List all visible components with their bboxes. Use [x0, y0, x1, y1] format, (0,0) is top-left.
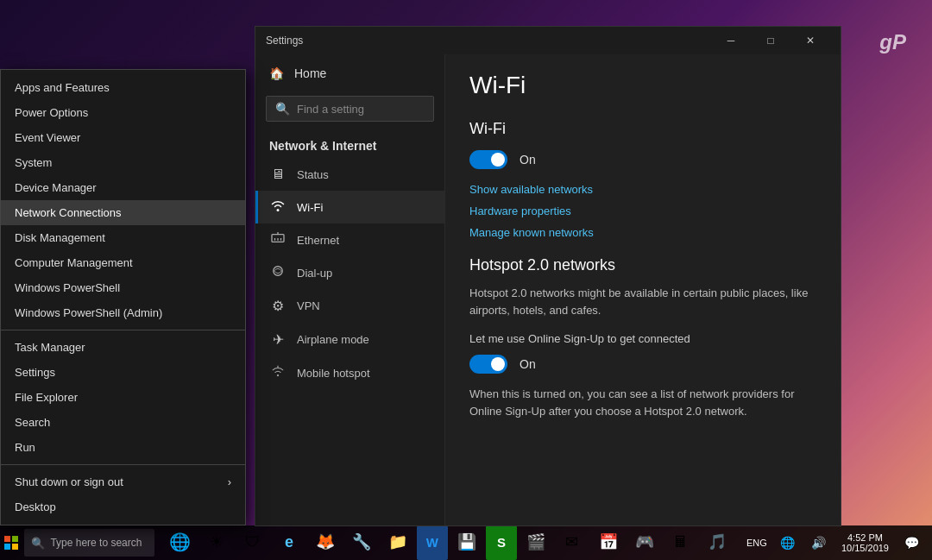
- menu-item-search[interactable]: Search: [1, 410, 245, 435]
- menu-item-disk-management[interactable]: Disk Management: [1, 225, 245, 250]
- taskbar-search-bar[interactable]: 🔍 Type here to search: [24, 529, 154, 557]
- nav-item-wifi[interactable]: Wi-Fi: [255, 191, 444, 223]
- nav-item-mobile-hotspot[interactable]: Mobile hotspot: [255, 356, 444, 389]
- window-title: Settings: [266, 35, 303, 47]
- taskbar-app-folder[interactable]: 📁: [381, 525, 415, 560]
- taskbar-app-word[interactable]: W: [417, 525, 448, 560]
- menu-item-apps-features[interactable]: Apps and Features: [1, 75, 245, 100]
- menu-item-settings[interactable]: Settings: [1, 360, 245, 385]
- tray-network[interactable]: 🌐: [774, 525, 802, 560]
- tray-clock[interactable]: 4:52 PM 10/15/2019: [836, 532, 894, 553]
- arrow-right-icon: ›: [228, 475, 231, 488]
- taskbar-app-edge[interactable]: e: [272, 525, 306, 560]
- home-icon: 🏠: [269, 66, 284, 80]
- svg-rect-8: [12, 536, 18, 542]
- close-button[interactable]: ✕: [790, 27, 830, 54]
- svg-rect-10: [12, 544, 18, 550]
- wifi-section-title: Wi-Fi: [469, 120, 816, 138]
- nav-item-status[interactable]: 🖥 Status: [255, 158, 444, 191]
- window-titlebar: Settings ─ □ ✕: [255, 27, 841, 54]
- taskbar-app-weather[interactable]: ☀: [199, 525, 234, 560]
- menu-item-desktop[interactable]: Desktop: [1, 494, 245, 519]
- manage-networks-link[interactable]: Manage known networks: [469, 226, 816, 239]
- maximize-button[interactable]: □: [751, 27, 790, 54]
- taskbar-search-icon: 🔍: [31, 537, 45, 550]
- status-icon: 🖥: [269, 167, 287, 182]
- svg-rect-9: [4, 544, 10, 550]
- settings-body: 🏠 Home 🔍 Find a setting Network & Intern…: [255, 54, 841, 525]
- nav-item-ethernet[interactable]: Ethernet: [255, 223, 444, 256]
- menu-item-power-options[interactable]: Power Options: [1, 100, 245, 125]
- hotspot-section-title: Hotspot 2.0 networks: [469, 256, 816, 274]
- settings-content: Wi-Fi Wi-Fi On Show available networks H…: [445, 54, 841, 525]
- tray-language[interactable]: ENG: [743, 525, 771, 560]
- menu-item-powershell-admin[interactable]: Windows PowerShell (Admin): [1, 300, 245, 325]
- nav-section-title: Network & Internet: [255, 132, 444, 158]
- context-menu: Apps and Features Power Options Event Vi…: [0, 69, 246, 525]
- hotspot-info-text: When this is turned on, you can see a li…: [469, 386, 816, 422]
- taskbar-app-chrome[interactable]: 🌐: [163, 525, 198, 560]
- mobile-hotspot-icon: [269, 365, 287, 381]
- hotspot-description: Hotspot 2.0 networks might be available …: [469, 285, 816, 318]
- menu-item-task-manager[interactable]: Task Manager: [1, 335, 245, 360]
- taskbar-app-mail[interactable]: ✉: [555, 525, 589, 560]
- taskbar-apps: 🌐 ☀ 🛡 e 🦊 🔧 📁 W 💾 S 🎬 ✉ 📅 🎮 🖩 🎵: [156, 525, 734, 560]
- start-button[interactable]: [0, 525, 22, 560]
- gp-logo: gP: [879, 30, 906, 54]
- toggle-knob: [491, 153, 505, 167]
- taskbar-app-s[interactable]: S: [486, 525, 517, 560]
- taskbar-app-game[interactable]: 🎮: [627, 525, 662, 560]
- taskbar-app-tools[interactable]: 🔧: [344, 525, 379, 560]
- taskbar-app-storage[interactable]: 💾: [450, 525, 484, 560]
- hotspot-toggle-state: On: [520, 357, 536, 371]
- menu-item-run[interactable]: Run: [1, 435, 245, 460]
- taskbar-tray: ENG 🌐 🔊 4:52 PM 10/15/2019 💬: [736, 525, 932, 560]
- wifi-toggle-row: On: [469, 150, 816, 169]
- search-icon: 🔍: [275, 102, 290, 116]
- svg-point-5: [274, 267, 283, 276]
- nav-item-airplane[interactable]: ✈ Airplane mode: [255, 323, 444, 356]
- hotspot-toggle-label: Let me use Online Sign-Up to get connect…: [469, 330, 816, 348]
- tray-volume[interactable]: 🔊: [805, 525, 833, 560]
- menu-divider-2: [1, 464, 245, 465]
- airplane-icon: ✈: [269, 331, 287, 348]
- taskbar-app-calc[interactable]: 🖩: [664, 525, 698, 560]
- taskbar-app-movie[interactable]: 🎬: [519, 525, 553, 560]
- nav-search-box[interactable]: 🔍 Find a setting: [266, 96, 434, 122]
- wifi-nav-icon: [269, 199, 287, 215]
- nav-home-button[interactable]: 🏠 Home: [255, 54, 444, 92]
- menu-divider-1: [1, 330, 245, 330]
- settings-window: Settings ─ □ ✕ 🏠 Home 🔍 Find a setting N…: [255, 26, 841, 526]
- taskbar-app-music[interactable]: 🎵: [700, 525, 734, 560]
- nav-item-vpn[interactable]: ⚙ VPN: [255, 289, 444, 323]
- ethernet-icon: [269, 232, 287, 248]
- wifi-toggle[interactable]: [469, 150, 507, 169]
- menu-item-shutdown[interactable]: Shut down or sign out ›: [1, 469, 245, 494]
- wifi-toggle-label: On: [520, 153, 536, 167]
- settings-nav: 🏠 Home 🔍 Find a setting Network & Intern…: [255, 54, 445, 525]
- menu-item-device-manager[interactable]: Device Manager: [1, 175, 245, 200]
- menu-item-file-explorer[interactable]: File Explorer: [1, 385, 245, 410]
- taskbar-app-calendar[interactable]: 📅: [591, 525, 626, 560]
- window-controls: ─ □ ✕: [711, 27, 830, 54]
- hotspot-toggle-knob: [491, 357, 505, 371]
- menu-item-event-viewer[interactable]: Event Viewer: [1, 125, 245, 150]
- taskbar-app-firefox[interactable]: 🦊: [308, 525, 343, 560]
- page-title: Wi-Fi: [469, 72, 816, 99]
- svg-rect-7: [4, 536, 10, 542]
- hardware-properties-link[interactable]: Hardware properties: [469, 204, 816, 217]
- taskbar-app-shield[interactable]: 🛡: [236, 525, 270, 560]
- nav-item-dialup[interactable]: Dial-up: [255, 256, 444, 289]
- vpn-icon: ⚙: [269, 298, 287, 314]
- menu-item-computer-management[interactable]: Computer Management: [1, 250, 245, 275]
- show-networks-link[interactable]: Show available networks: [469, 183, 816, 196]
- menu-item-powershell[interactable]: Windows PowerShell: [1, 275, 245, 300]
- menu-item-network-connections[interactable]: Network Connections: [1, 200, 245, 225]
- tray-notification[interactable]: 💬: [897, 525, 925, 560]
- dialup-icon: [269, 265, 287, 280]
- hotspot-toggle-row: On: [469, 355, 816, 374]
- hotspot-toggle[interactable]: [469, 355, 507, 374]
- minimize-button[interactable]: ─: [711, 27, 751, 54]
- taskbar: 🔍 Type here to search 🌐 ☀ 🛡 e 🦊 🔧 📁 W 💾 …: [0, 525, 932, 560]
- menu-item-system[interactable]: System: [1, 150, 245, 175]
